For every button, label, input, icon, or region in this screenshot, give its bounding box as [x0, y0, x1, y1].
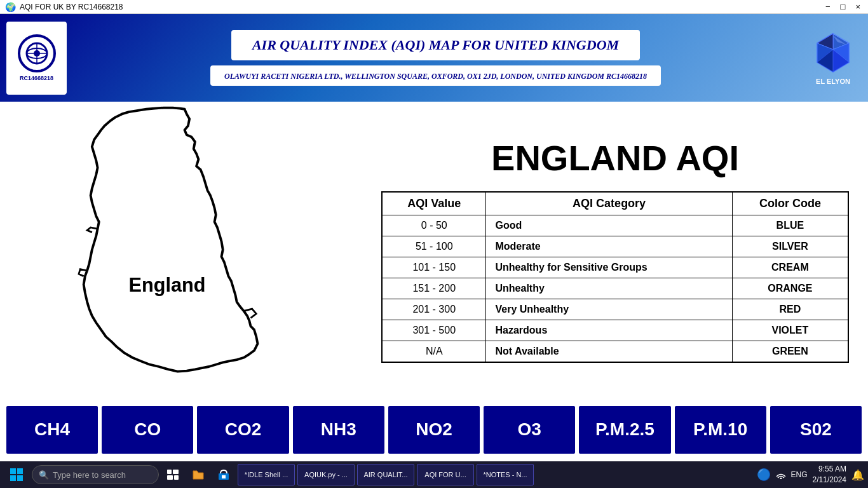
gem-icon: [811, 30, 855, 75]
taskbar-date: 2/11/2024: [813, 475, 846, 485]
window-controls: − □ ×: [823, 2, 863, 11]
title-bar: 🌍 AQI FOR UK BY RC14668218 − □ ×: [0, 0, 868, 14]
el-elyon-label: EL ELYON: [816, 78, 850, 85]
header-subtitle: OLAWUYI RACETI NIGERIA LTD., WELLINGTON …: [224, 72, 647, 81]
table-row: 101 - 150 Unhealthy for Sensitive Groups…: [382, 257, 848, 278]
cell-value-1: 51 - 100: [382, 236, 486, 257]
pollutant-button-co[interactable]: CO: [102, 406, 193, 454]
header-center: AIR QUALITY INDEX (AQI) MAP FOR UNITED K…: [73, 30, 798, 86]
taskbar: 🔍 Type here to search *IDLE Shell ...AQI…: [0, 461, 868, 488]
cell-category-2: Unhealthy for Sensitive Groups: [486, 257, 732, 278]
pollutant-button-pm.10[interactable]: P.M.10: [675, 406, 766, 454]
svg-rect-18: [173, 470, 179, 474]
col-header-category: AQI Category: [486, 192, 732, 215]
header: RC14668218 AIR QUALITY INDEX (AQI) MAP F…: [0, 14, 868, 102]
taskbar-clock[interactable]: 9:55 AM 2/11/2024: [813, 464, 846, 485]
app-title: AQI FOR UK BY RC14668218: [20, 3, 123, 11]
pollutant-button-s02[interactable]: S02: [770, 406, 862, 454]
cell-color-0: BLUE: [732, 215, 848, 236]
table-row: 51 - 100 Moderate SILVER: [382, 236, 848, 257]
map-country-label: England: [129, 274, 206, 296]
col-header-color: Color Code: [732, 192, 848, 215]
taskbar-app-idle-shell[interactable]: *IDLE Shell ...: [238, 464, 295, 485]
svg-rect-19: [167, 475, 173, 480]
cell-color-6: GREEN: [732, 341, 848, 362]
app-icon: 🌍: [5, 2, 16, 12]
aqi-table-body: 0 - 50 Good BLUE 51 - 100 Moderate SILVE…: [382, 215, 848, 362]
cell-category-3: Unhealthy: [486, 278, 732, 299]
cell-value-2: 101 - 150: [382, 257, 486, 278]
table-header-row: AQI Value AQI Category Color Code: [382, 192, 848, 215]
taskbar-app-notes[interactable]: *NOTES - N...: [477, 464, 534, 485]
logo-text: RC14668218: [20, 75, 53, 81]
svg-point-23: [780, 477, 782, 479]
col-header-value: AQI Value: [382, 192, 486, 215]
header-logo-right: EL ELYON: [804, 22, 862, 95]
cell-category-4: Very Unhealthy: [486, 299, 732, 320]
taskbar-app-air-quality[interactable]: AIR QUALIT...: [357, 464, 414, 485]
header-logo-left: RC14668218: [6, 22, 67, 95]
svg-rect-14: [17, 468, 23, 474]
svg-rect-15: [10, 475, 16, 481]
cell-category-6: Not Available: [486, 341, 732, 362]
pollutant-button-nh3[interactable]: NH3: [293, 406, 384, 454]
svg-rect-16: [17, 475, 23, 481]
pollutant-button-no2[interactable]: NO2: [388, 406, 480, 454]
pollutant-button-o3[interactable]: O3: [484, 406, 575, 454]
task-view-button[interactable]: [161, 463, 184, 486]
table-row: 151 - 200 Unhealthy ORANGE: [382, 278, 848, 299]
table-row: 0 - 50 Good BLUE: [382, 215, 848, 236]
logo-circle: [18, 34, 56, 72]
cell-value-5: 301 - 500: [382, 320, 486, 341]
header-title-box: AIR QUALITY INDEX (AQI) MAP FOR UNITED K…: [231, 30, 640, 60]
cell-value-4: 201 - 300: [382, 299, 486, 320]
cell-color-5: VIOLET: [732, 320, 848, 341]
pollutant-button-pm.2.5[interactable]: P.M.2.5: [579, 406, 670, 454]
search-icon: 🔍: [39, 470, 49, 480]
notification-button[interactable]: 🔔: [851, 469, 864, 481]
aqi-title: ENGLAND AQI: [491, 137, 739, 179]
taskbar-app-aqiuk[interactable]: AQIUK.py - ...: [297, 464, 355, 485]
pollutant-button-ch4[interactable]: CH4: [6, 406, 98, 454]
close-button[interactable]: ×: [853, 2, 863, 11]
title-bar-left: 🌍 AQI FOR UK BY RC14668218: [5, 2, 123, 12]
svg-rect-22: [222, 475, 226, 478]
network-icon: [776, 469, 786, 479]
table-row: 301 - 500 Hazardous VIOLET: [382, 320, 848, 341]
pollutants-bar: CH4COCO2NH3NO2O3P.M.2.5P.M.10S02: [0, 398, 868, 461]
table-row: N/A Not Available GREEN: [382, 341, 848, 362]
pollutant-button-co2[interactable]: CO2: [197, 406, 288, 454]
maximize-button[interactable]: □: [838, 2, 848, 11]
windows-icon: [10, 468, 24, 482]
header-title: AIR QUALITY INDEX (AQI) MAP FOR UNITED K…: [252, 37, 619, 53]
cell-value-3: 151 - 200: [382, 278, 486, 299]
cell-category-5: Hazardous: [486, 320, 732, 341]
cell-value-0: 0 - 50: [382, 215, 486, 236]
table-row: 201 - 300 Very Unhealthy RED: [382, 299, 848, 320]
taskbar-network-icon[interactable]: [776, 469, 786, 481]
store-icon: [217, 468, 230, 481]
taskbar-lang: ENG: [791, 470, 808, 479]
cell-color-2: CREAM: [732, 257, 848, 278]
main-content: England ENGLAND AQI AQI Value AQI Catego…: [0, 102, 868, 398]
taskbar-apps: *IDLE Shell ...AQIUK.py - ...AIR QUALIT.…: [238, 464, 534, 485]
task-view-icon: [167, 470, 179, 480]
taskbar-item-store[interactable]: [212, 463, 235, 486]
taskbar-right: 🔵 ENG 9:55 AM 2/11/2024 🔔: [757, 464, 864, 485]
cell-color-3: ORANGE: [732, 278, 848, 299]
start-button[interactable]: [4, 463, 29, 486]
cell-category-1: Moderate: [486, 236, 732, 257]
cell-value-6: N/A: [382, 341, 486, 362]
taskbar-time: 9:55 AM: [813, 464, 846, 475]
search-placeholder: Type here to search: [53, 470, 126, 480]
minimize-button[interactable]: −: [823, 2, 833, 11]
aqi-section: ENGLAND AQI AQI Value AQI Category Color…: [362, 102, 868, 398]
file-explorer-icon: [192, 468, 205, 481]
taskbar-search-box[interactable]: 🔍 Type here to search: [32, 465, 159, 484]
taskbar-chrome-icon[interactable]: 🔵: [757, 468, 771, 482]
england-map-svg: England: [44, 104, 318, 396]
aqi-table: AQI Value AQI Category Color Code 0 - 50…: [381, 191, 849, 363]
taskbar-app-aqi-for-u[interactable]: AQI FOR U...: [417, 464, 474, 485]
taskbar-item-file-explorer[interactable]: [187, 463, 210, 486]
map-section: England: [0, 102, 362, 398]
